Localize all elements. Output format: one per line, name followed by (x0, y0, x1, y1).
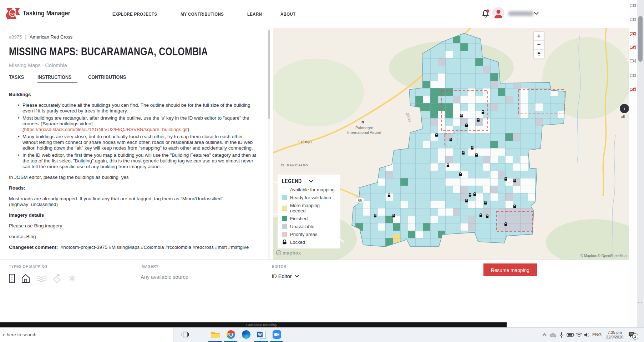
svg-text:Lebrija: Lebrija (298, 139, 312, 144)
svg-text:EL MANCHADO: EL MANCHADO (281, 164, 308, 167)
scrollbar-more-dots[interactable]: ⋯ (638, 300, 643, 305)
windows-taskbar: e here to search (0, 327, 644, 342)
roads-text: Most roads are already mapped. If you fi… (9, 196, 259, 207)
country-link[interactable]: Colombia (45, 62, 67, 68)
bottom-action-bar: TYPES OF MAPPING (0, 260, 629, 322)
chrome-icon[interactable] (226, 330, 236, 340)
recording-toolbar[interactable]: Pause/stop recording (0, 322, 507, 327)
buildings-bullet-list: Please accurately outline all the buildi… (9, 102, 259, 170)
bullet-building-features: In the iD web editor, the first time you… (22, 152, 259, 170)
file-explorer-icon[interactable] (211, 330, 220, 340)
taskbar-clock[interactable]: 7:35 pm 22/9/2020 (604, 328, 626, 342)
camera-icon[interactable] (630, 3, 636, 8)
mapbox-logo[interactable]: mapbox (276, 250, 301, 256)
username-blurred (508, 11, 534, 16)
collapse-panel-button[interactable]: › (620, 104, 629, 113)
legend-item-ready: Ready for validation (282, 195, 336, 200)
collapse-panel-label: all (621, 115, 625, 119)
editor-label: EDITOR (272, 264, 286, 269)
pitch-arrows-icon (537, 52, 541, 57)
map-zoom-controls: + − (534, 32, 544, 59)
priority-swatch (282, 232, 287, 237)
svg-text:66: 66 (358, 198, 362, 202)
legend-item-available: Available for mapping (282, 187, 336, 192)
battery-icon[interactable] (566, 328, 575, 342)
notification-count-badge: 2 (632, 333, 638, 340)
imagery-heading: Imagery details (9, 212, 44, 218)
project-tabs: TASKS INSTRUCTIONS CONTRIBUTIONS (9, 74, 259, 83)
svg-text:International Airport: International Airport (347, 130, 381, 135)
legend-item-locked: Locked (282, 240, 336, 245)
unavailable-swatch (282, 224, 287, 229)
zoom-app-icon[interactable] (272, 330, 282, 340)
project-map[interactable]: ✈ Palonegro International Airport Lebrij… (273, 28, 629, 260)
hot-logo-icon[interactable]: HOT (6, 7, 21, 20)
editor-dropdown[interactable]: iD Editor (272, 273, 299, 279)
more-mapping-swatch (282, 206, 287, 211)
buildings-icon (21, 274, 30, 283)
page-scrollbar-thumb[interactable] (638, 16, 643, 62)
resume-mapping-button[interactable]: Resume mapping (483, 263, 537, 276)
camera-off-icon[interactable] (630, 87, 636, 92)
user-menu-chevron-down-icon[interactable] (534, 12, 539, 15)
app-title[interactable]: Tasking Manager (23, 9, 79, 17)
nav-item-about[interactable]: ABOUT (280, 11, 298, 17)
campaign-link[interactable]: Missing Maps (9, 62, 41, 68)
panel-scrollbar-thumb[interactable] (268, 30, 270, 119)
map-legend: LEGEND Available for mapping Ready for v… (278, 175, 340, 248)
legend-item-more-mapping: More mapping needed (282, 203, 336, 213)
screen: HOT Tasking Manager EXPLORE PROJECTS MY … (0, 0, 644, 342)
tab-instructions[interactable]: INSTRUCTIONS (37, 74, 78, 83)
project-id[interactable]: #3975 (9, 34, 22, 40)
word-icon[interactable]: W (257, 330, 267, 340)
bullet-square-buildings: Most buildings are rectangular, after dr… (22, 115, 259, 132)
buildings-heading: Buildings (9, 92, 31, 97)
edge-icon[interactable] (241, 330, 251, 340)
taskbar-search-input[interactable]: e here to search (0, 328, 173, 342)
waterways-icon (36, 275, 46, 282)
map-attribution[interactable]: © Mapbox © OpenStreetMap (580, 254, 627, 258)
camera-icon[interactable] (630, 58, 636, 64)
speaker-icon[interactable] (583, 328, 591, 342)
square-buildings-video-link[interactable]: https://arcisd.slack.com/files/U1XGNLVU2… (24, 127, 188, 132)
project-subtitle: Missing Maps · Colombia (9, 62, 259, 68)
nav-item-my-contributions[interactable]: MY CONTRIBUTIONS (181, 11, 232, 17)
bullet-close-buildings: Many buildings are very close, but do no… (22, 134, 259, 151)
user-avatar[interactable] (492, 7, 504, 19)
camera-icon[interactable] (630, 73, 636, 78)
legend-header[interactable]: LEGEND (282, 178, 336, 185)
source-text: source=Bing (9, 234, 259, 240)
camera-off-icon[interactable] (630, 31, 636, 36)
other-mapping-icon (68, 274, 76, 283)
zoom-in-button[interactable]: + (534, 32, 544, 41)
instructions-content: Buildings Please accurately outline all … (9, 92, 259, 250)
page-title: MISSING MAPS: BUCARAMANGA, COLOMBIA (9, 45, 259, 58)
nav-item-explore-projects[interactable]: EXPLORE PROJECTS (112, 11, 165, 17)
legend-item-unavailable: Unavailable (282, 224, 336, 229)
wifi-icon[interactable] (575, 328, 583, 342)
microphone-icon[interactable] (558, 328, 565, 342)
lock-icon (282, 240, 287, 245)
nav-item-learn[interactable]: LEARN (247, 11, 265, 17)
compass-pitch-button[interactable] (534, 50, 544, 59)
tab-contributions[interactable]: CONTRIBUTIONS (88, 74, 133, 83)
notifications-bell-icon[interactable] (481, 9, 490, 19)
types-of-mapping-label: TYPES OF MAPPING (9, 264, 47, 269)
tray-chevron-up-icon[interactable] (541, 328, 548, 342)
task-view-icon[interactable] (180, 330, 190, 340)
camera-off-icon[interactable] (630, 45, 636, 50)
bullet-outline-buildings: Please accurately outline all the buildi… (22, 102, 259, 114)
breadcrumb: #3975 | American Red Cross (9, 34, 259, 40)
language-indicator[interactable]: ENG (591, 328, 603, 342)
finished-swatch (282, 216, 287, 221)
project-organisation: American Red Cross (30, 34, 72, 40)
onedrive-cloud-icon[interactable] (549, 328, 557, 342)
person-icon (492, 7, 504, 19)
legend-item-finished: Finished (282, 216, 336, 221)
tab-tasks[interactable]: TASKS (9, 74, 27, 83)
camera-icon[interactable] (630, 17, 636, 22)
mapbox-icon (276, 250, 282, 256)
zoom-out-button[interactable]: − (534, 41, 544, 50)
legend-item-priority: Priority areas (282, 232, 336, 237)
legend-chevron-down-icon (309, 180, 313, 183)
